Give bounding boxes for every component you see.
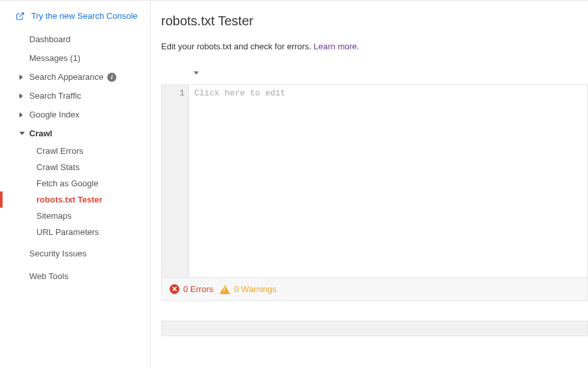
robots-editor: 1 Click here to edit	[161, 84, 588, 278]
page-subtitle: Edit your robots.txt and check for error…	[161, 42, 588, 51]
sidebar-subitem-sitemaps[interactable]: Sitemaps	[0, 208, 150, 224]
url-test-bar[interactable]	[161, 321, 588, 336]
sidebar-subitem-robots-tester[interactable]: robots.txt Tester	[0, 191, 150, 208]
chevron-right-icon	[19, 112, 23, 117]
info-icon: i	[107, 73, 116, 82]
chevron-right-icon	[19, 75, 23, 80]
chevron-down-icon	[19, 132, 25, 135]
try-new-console-label: Try the new Search Console	[31, 11, 138, 21]
sidebar-item-dashboard[interactable]: Dashboard	[0, 30, 150, 49]
error-icon: ✕	[170, 284, 179, 294]
sidebar-subitem-crawl-stats[interactable]: Crawl Stats	[0, 159, 150, 175]
sidebar-item-label: Google Index	[29, 110, 79, 119]
sidebar-subitem-label: Crawl Errors	[36, 146, 83, 156]
sidebar-item-label: Security Issues	[29, 249, 86, 258]
sidebar-item-label: Search Traffic	[29, 91, 81, 101]
warnings-count: 0	[234, 284, 238, 294]
sidebar-subitem-fetch-as-google[interactable]: Fetch as Google	[0, 175, 150, 191]
sidebar-item-label: Messages (1)	[29, 53, 81, 63]
subtitle-text: Edit your robots.txt and check for error…	[161, 42, 314, 51]
sidebar-item-label: Dashboard	[29, 34, 71, 44]
editor-textarea[interactable]: Click here to edit	[189, 85, 587, 277]
sidebar-subitem-label: Crawl Stats	[36, 162, 79, 172]
chevron-down-icon	[194, 71, 199, 75]
sidebar-item-label: Web Tools	[29, 271, 68, 281]
sidebar-item-messages[interactable]: Messages (1)	[0, 49, 150, 67]
sidebar-item-search-traffic[interactable]: Search Traffic	[0, 86, 150, 105]
external-link-icon	[16, 12, 25, 21]
chevron-right-icon	[19, 93, 23, 99]
errors-label: Errors	[190, 284, 213, 294]
learn-more-link[interactable]: Learn more.	[314, 42, 359, 51]
sidebar-subitem-label: URL Parameters	[36, 227, 99, 237]
editor-status-bar: ✕ 0 Errors 0 Warnings	[161, 277, 588, 301]
warnings-text: 0 Warnings	[234, 284, 276, 294]
sidebar-item-label: Crawl	[29, 129, 52, 138]
version-dropdown[interactable]	[161, 67, 588, 77]
line-number: 1	[162, 88, 185, 98]
sidebar-item-google-index[interactable]: Google Index	[0, 105, 150, 124]
main-content: robots.txt Tester Edit your robots.txt a…	[151, 1, 588, 368]
sidebar-item-crawl[interactable]: Crawl	[0, 124, 150, 143]
warning-icon	[220, 285, 230, 294]
sidebar-item-search-appearance[interactable]: Search Appearance i	[0, 67, 150, 86]
sidebar-item-label: Search Appearance	[29, 72, 103, 82]
editor-placeholder: Click here to edit	[194, 88, 285, 98]
try-new-console-link[interactable]: Try the new Search Console	[0, 8, 150, 30]
editor-gutter: 1	[162, 85, 189, 277]
sidebar-subitem-crawl-errors[interactable]: Crawl Errors	[0, 143, 150, 159]
sidebar-subitem-url-parameters[interactable]: URL Parameters	[0, 224, 150, 240]
sidebar-subitem-label: robots.txt Tester	[36, 195, 103, 204]
sidebar-item-security-issues[interactable]: Security Issues	[0, 244, 150, 263]
sidebar-subitem-label: Sitemaps	[36, 211, 71, 221]
errors-text: 0 Errors	[183, 284, 213, 294]
page-title: robots.txt Tester	[161, 14, 588, 29]
svg-line-0	[19, 12, 23, 16]
warnings-label: Warnings	[241, 284, 276, 294]
sidebar-subitem-label: Fetch as Google	[36, 178, 98, 188]
sidebar: Try the new Search Console Dashboard Mes…	[0, 1, 151, 368]
sidebar-item-web-tools[interactable]: Web Tools	[0, 267, 150, 286]
errors-count: 0	[183, 284, 188, 294]
